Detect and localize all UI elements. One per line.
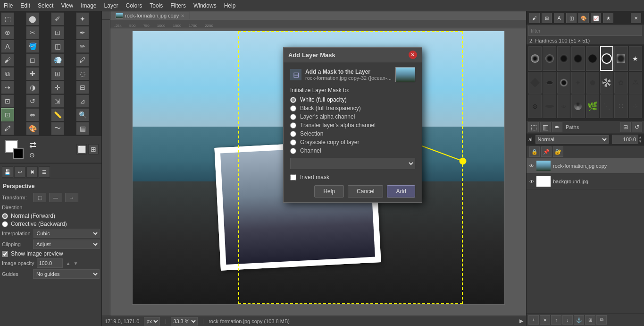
zoom-select[interactable]: 33.3 % [171,317,198,326]
clipping-select[interactable]: Adjust [33,240,100,249]
dialog-channel-select[interactable] [290,158,415,169]
unit-select[interactable]: px [144,317,160,326]
image-opacity-input[interactable] [37,258,63,268]
tool-select-by-color[interactable]: ⊕ [1,26,14,39]
brush-cell-19[interactable]: ꩜ [557,94,570,118]
tool-curves[interactable]: 〜 [51,122,64,135]
dialog-cancel-button[interactable]: Cancel [348,185,383,197]
menu-windows[interactable]: Windows [190,1,220,10]
layer-opacity-up-icon[interactable]: ▲ [638,135,642,139]
close-right-icon[interactable]: ✕ [631,13,641,23]
background-color[interactable] [13,148,24,159]
panel-config-icon[interactable]: ⊟ [620,122,631,132]
menu-image[interactable]: Image [77,1,100,10]
menu-layer[interactable]: Layer [100,1,122,10]
layer-item-0[interactable]: 👁 rock-formation.jpg copy [527,158,644,174]
new-view-icon[interactable]: ⊞ [88,144,99,154]
tool-perspective-clone[interactable]: ⊞ [51,67,64,80]
fonts-icon[interactable]: A [554,13,564,23]
tool-rect-select[interactable]: ⬚ [1,12,14,26]
layer-opacity-down-icon[interactable]: ▼ [638,139,642,144]
brush-cell-17[interactable]: ⊛ [528,94,542,118]
tool-align[interactable]: ⊟ [76,81,89,94]
brushes-icon[interactable]: 🖌 [529,13,540,23]
tool-eraser[interactable]: ◻ [26,53,39,67]
merge-layer-button[interactable]: ⊞ [585,315,595,325]
layer-up-button[interactable]: ↑ [551,315,561,325]
reset-colors-icon[interactable]: ⊙ [29,151,36,159]
brush-cell-15[interactable]: ✿ [614,72,627,94]
dialog-option-radio-2[interactable] [290,114,296,120]
dialog-option-radio-0[interactable] [290,97,296,103]
lock-position-icon[interactable]: 📌 [541,146,552,157]
tool-scissors[interactable]: ✂ [26,26,39,39]
tool-paintbrush[interactable]: 🖌 [1,53,14,67]
brush-cell-16[interactable]: ⁂ [629,72,642,94]
guides-select[interactable]: No guides [33,269,100,279]
tool-options-list-icon[interactable]: ☰ [39,166,50,178]
brush-cell-18[interactable] [543,94,556,118]
tool-clone[interactable]: ⧉ [1,67,14,80]
brush-cell-10[interactable] [543,72,556,94]
dialog-add-button[interactable]: Add [387,185,415,197]
opacity-down-icon[interactable]: ▼ [73,261,78,266]
tool-fuzzy-select[interactable]: ✦ [76,12,89,26]
panel-refresh-icon[interactable]: ↺ [632,122,642,132]
dynamics-icon[interactable]: 📈 [591,13,601,23]
brush-cell-13[interactable]: ⬟ [586,72,599,94]
tool-rotate[interactable]: ↺ [26,94,39,108]
tool-bucket-fill[interactable]: 🪣 [26,40,39,53]
menu-file[interactable]: File [0,1,17,10]
tool-paths[interactable]: ✒ [76,26,89,39]
tool-heal[interactable]: ✚ [26,67,39,80]
brush-cell-7[interactable] [614,46,627,71]
tool-levels[interactable]: ▤ [76,122,89,135]
tool-dodge-burn[interactable]: ◑ [26,81,39,94]
transform-btn-1[interactable]: ⬚ [33,193,46,202]
tool-ink[interactable]: 🖊 [76,53,89,67]
dialog-option-radio-5[interactable] [290,139,296,146]
tool-perspective[interactable]: ⊡ [1,108,14,121]
menu-select[interactable]: Select [34,1,57,10]
brush-cell-2[interactable] [543,46,556,71]
opacity-up-icon[interactable]: ▲ [66,261,70,266]
dialog-option-radio-4[interactable] [290,131,296,137]
swap-colors-icon[interactable]: ⇄ [29,140,36,150]
direction-normal-radio[interactable] [2,213,8,219]
layer-item-1[interactable]: 👁 background.jpg [527,174,644,189]
anchor-layer-button[interactable]: ⚓ [574,315,584,325]
tool-flip[interactable]: ⇔ [26,108,39,121]
tool-shear[interactable]: ⊿ [76,94,89,108]
brush-cell-11[interactable] [557,72,570,94]
tool-blend[interactable]: ◫ [51,40,64,53]
layer-opacity-input[interactable]: 100.0 [612,135,638,144]
dialog-option-radio-3[interactable] [290,122,296,129]
palettes-icon[interactable]: 🎨 [578,13,589,23]
menu-help[interactable]: Help [220,1,240,10]
brush-cell-9[interactable] [528,72,542,94]
interpolation-select[interactable]: Cubic [33,229,100,238]
menu-view[interactable]: View [57,1,77,10]
delete-layer-button[interactable]: ✕ [540,315,550,325]
tool-options-delete-icon[interactable]: ✖ [26,166,38,178]
layer-down-button[interactable]: ↓ [562,315,573,325]
dialog-help-button[interactable]: Help [314,185,344,197]
direction-corrective-radio[interactable] [2,221,8,227]
brush-cell-12[interactable]: ✦ [571,72,585,94]
scroll-right-icon[interactable]: ▶ [519,318,523,324]
tool-foreground-select[interactable]: ⊡ [51,26,64,39]
gradients-icon[interactable]: ◫ [566,13,577,23]
menu-filters[interactable]: Filters [167,1,190,10]
dialog-invert-checkbox[interactable] [290,174,296,180]
brush-cell-6[interactable] [600,46,613,71]
brush-filter-input[interactable] [528,26,642,36]
paths-icon[interactable]: ✒ [552,122,562,132]
quick-mask-icon[interactable]: ⬜ [76,144,87,154]
brush-cell-14[interactable] [600,72,613,94]
tool-options-restore-icon[interactable]: ↩ [14,166,25,178]
tool-pencil[interactable]: ✏ [76,40,89,53]
brush-cell-21[interactable]: 🌿 [586,94,599,118]
dialog-option-radio-1[interactable] [290,105,296,112]
brush-cell-20[interactable] [571,94,585,118]
brush-cell-1[interactable] [528,46,542,71]
